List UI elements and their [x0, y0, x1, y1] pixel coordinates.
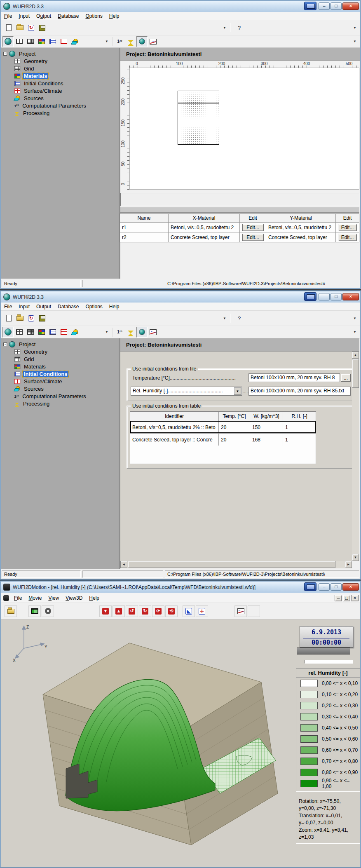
menu-movie[interactable]: Movie — [25, 594, 45, 602]
menu-help[interactable]: Help — [106, 303, 123, 310]
spin-z-button[interactable]: ⟲ — [165, 605, 178, 617]
settings-button[interactable] — [42, 605, 54, 617]
chart-button[interactable] — [234, 605, 247, 617]
close-button[interactable]: × — [342, 293, 359, 300]
toolbar-dropdown-icon[interactable]: ▼ — [221, 26, 228, 30]
results-chart-tool[interactable] — [148, 36, 159, 47]
materials-tool[interactable] — [36, 327, 47, 338]
menu-input[interactable]: Input — [15, 12, 33, 20]
scroll-thumb[interactable] — [352, 359, 359, 388]
maximize-button[interactable]: □ — [331, 293, 342, 300]
display-overlay-icon[interactable] — [304, 582, 316, 591]
menu-options[interactable]: Options — [82, 12, 105, 20]
computational-parameters-tool[interactable]: 1²³ — [114, 36, 125, 47]
tree-item-grid[interactable]: Grid — [14, 65, 119, 72]
table-row[interactable]: Concrete Screed, top layer :: Concre 20 … — [130, 433, 316, 446]
titlebar[interactable]: WUFI®2D 3.3 – □ × — [1, 291, 360, 303]
tree-item-computational-parameters[interactable]: 1²³Computational Parameters — [14, 392, 119, 400]
help-button[interactable]: ? — [232, 25, 246, 31]
initial-conditions-tool[interactable] — [47, 36, 58, 47]
rotate-left-button[interactable]: ↺ — [126, 605, 138, 617]
titlebar[interactable]: WUFI2DMotion - [rel. Humidity [-] (C:\Us… — [1, 582, 360, 593]
menu-file[interactable]: File — [1, 12, 15, 20]
perspective-button[interactable]: ◣ — [183, 605, 195, 617]
edit-y-button[interactable]: Edit... — [338, 234, 357, 241]
menu-database[interactable]: Database — [54, 303, 82, 310]
humidity-file-field[interactable]: Betoni 100x100 mm, 20 mm syv. RH 85.txt — [248, 387, 351, 396]
close-button[interactable]: × — [342, 2, 359, 10]
view-globe-tool[interactable] — [136, 36, 148, 47]
nav-dropdown2-icon[interactable]: ▼ — [351, 330, 359, 334]
tree-item-materials[interactable]: Materials — [14, 72, 119, 80]
geometry-tool[interactable] — [14, 36, 25, 47]
geometry-region-r2[interactable] — [178, 91, 219, 103]
project-tool[interactable] — [2, 327, 14, 338]
nav-dropdown2-icon[interactable]: ▼ — [351, 40, 359, 43]
blank-button[interactable] — [248, 605, 260, 617]
save-button[interactable] — [37, 22, 48, 33]
grid-tool[interactable] — [25, 36, 36, 47]
save-button[interactable] — [37, 313, 48, 324]
open-button[interactable] — [14, 313, 26, 324]
tree-item-sources[interactable]: Sources — [14, 385, 119, 392]
new-button[interactable] — [3, 22, 14, 33]
initial-conditions-tool[interactable] — [47, 327, 58, 338]
scroll-thumb[interactable] — [128, 561, 335, 568]
mdi-close-button[interactable]: × — [351, 595, 359, 601]
display-overlay-icon[interactable] — [304, 292, 316, 301]
processing-tool[interactable] — [125, 36, 136, 47]
view-globe-tool[interactable] — [136, 327, 148, 338]
titlebar[interactable]: WUFI®2D 3.3 – □ × — [1, 1, 360, 12]
view-top-button[interactable]: ▲ — [113, 605, 125, 617]
processing-tool[interactable] — [125, 327, 136, 338]
menu-input[interactable]: Input — [15, 303, 33, 310]
menu-view3d[interactable]: View3D — [62, 594, 86, 602]
open-button[interactable] — [14, 22, 26, 33]
surface-climate-tool[interactable] — [58, 327, 69, 338]
edit-x-button[interactable]: Edit... — [242, 234, 264, 241]
center-view-button[interactable]: ✛ — [196, 605, 208, 617]
menu-view[interactable]: View — [45, 594, 62, 602]
viewport[interactable]: Z Y X — [1, 619, 360, 867]
materials-tool[interactable] — [36, 36, 47, 47]
results-chart-tool[interactable] — [148, 327, 159, 338]
tree-item-initial-conditions[interactable]: Initial Conditions — [14, 80, 119, 87]
tree-item-geometry[interactable]: Geometry — [14, 57, 119, 65]
tree-item-project[interactable]: - Project — [3, 50, 119, 57]
menu-options[interactable]: Options — [82, 303, 105, 310]
scroll-right-icon[interactable]: ► — [345, 561, 352, 568]
tree-item-surface-climate[interactable]: Surface/Climate — [14, 378, 119, 385]
new-button[interactable] — [3, 313, 14, 324]
tree-item-computational-parameters[interactable]: 1²³Computational Parameters — [14, 102, 119, 109]
humidity-3d-plot[interactable] — [30, 633, 278, 845]
toolbar-dropdown2-icon[interactable]: ▼ — [351, 26, 359, 30]
sources-tool[interactable] — [69, 36, 80, 47]
help-button[interactable]: ? — [232, 315, 246, 321]
minimize-button[interactable]: – — [319, 293, 330, 300]
movie-button[interactable] — [28, 605, 41, 617]
tree-item-sources[interactable]: Sources — [14, 94, 119, 102]
menu-database[interactable]: Database — [54, 12, 82, 20]
menu-file[interactable]: File — [11, 594, 25, 602]
view-front-button[interactable]: ▼ — [99, 605, 112, 617]
menu-file[interactable]: File — [1, 303, 15, 310]
scroll-down-icon[interactable]: ▼ — [352, 554, 359, 561]
table-row-selected[interactable]: Betoni, v/s=0,5, raudoitettu 2% :: Beto … — [130, 421, 316, 433]
rotate-right-button[interactable]: ↻ — [139, 605, 151, 617]
geometry-canvas[interactable] — [129, 68, 359, 190]
tree-item-grid[interactable]: Grid — [14, 355, 119, 363]
temperature-file-field[interactable]: Betoni 100x100 mm, 20 mm syv. RH 8 — [248, 373, 340, 382]
table-row[interactable]: r1 Betoni, v/s=0,5, raudoitettu 2 Edit..… — [120, 222, 359, 232]
toolbar-dropdown-icon[interactable]: ▼ — [221, 317, 228, 320]
menu-help[interactable]: Help — [86, 594, 103, 602]
geometry-tool[interactable] — [14, 327, 25, 338]
scroll-left-icon[interactable]: ◄ — [120, 561, 127, 568]
panel-splitter[interactable] — [120, 207, 359, 213]
nav-dropdown-icon[interactable]: ▼ — [103, 330, 110, 334]
menu-help[interactable]: Help — [106, 12, 123, 20]
combo-arrow-icon[interactable]: ▼ — [234, 387, 241, 395]
edit-y-button[interactable]: Edit... — [338, 224, 357, 231]
tree-item-initial-conditions[interactable]: Initial Conditions — [14, 370, 119, 378]
edit-x-button[interactable]: Edit... — [242, 224, 264, 231]
surface-climate-tool[interactable] — [58, 36, 69, 47]
